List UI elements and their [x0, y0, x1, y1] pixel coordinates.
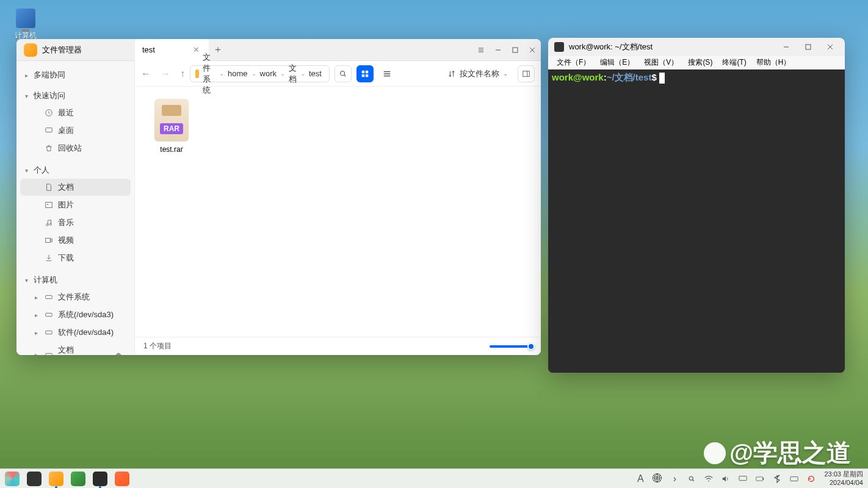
tray-volume-icon[interactable] [722, 475, 730, 483]
svg-rect-25 [763, 478, 764, 479]
tray-chevron-icon[interactable]: › [670, 475, 679, 483]
sidebar-item-documents[interactable]: 文档 [20, 179, 131, 196]
disk-icon [45, 293, 53, 301]
tray-battery-icon[interactable] [756, 475, 764, 483]
tray-display-icon[interactable] [739, 475, 747, 483]
svg-rect-16 [366, 70, 368, 73]
sidebar-item-trash[interactable]: 回收站 [20, 140, 131, 157]
menu-search[interactable]: 搜索(S) [684, 56, 716, 69]
tray-bluetooth-icon[interactable] [773, 475, 781, 483]
list-icon [383, 70, 391, 78]
sidebar-section-computer[interactable]: ▾计算机 [16, 272, 134, 288]
chevron-down-icon[interactable]: ⌄ [300, 70, 305, 77]
breadcrumb-home[interactable]: home [225, 69, 250, 78]
launcher-button[interactable] [5, 472, 20, 486]
sidebar-item-recent[interactable]: 最近 [20, 104, 131, 121]
nav-back-button[interactable]: ← [141, 68, 151, 79]
chevron-down-icon[interactable]: ⌄ [219, 70, 224, 77]
hamburger-menu-button[interactable] [472, 39, 490, 61]
paw-icon [704, 442, 726, 464]
terminal-title: work@work: ~/文档/test [569, 41, 653, 52]
sidebar-section-quick[interactable]: ▾快速访问 [16, 88, 134, 104]
sidebar-item-downloads[interactable]: 下载 [20, 249, 131, 267]
nav-forward-button[interactable]: → [161, 68, 170, 79]
menu-terminal[interactable]: 终端(T) [718, 56, 750, 69]
breadcrumb-work[interactable]: work [258, 69, 279, 78]
minimize-button[interactable] [490, 39, 507, 61]
tray-search-icon[interactable] [687, 475, 696, 483]
file-item-rar[interactable]: RAR test.rar [147, 99, 196, 154]
svg-rect-10 [46, 331, 52, 334]
zoom-thumb[interactable] [527, 343, 535, 350]
breadcrumb-docs[interactable]: 文档 [286, 63, 299, 85]
sidebar-section-personal[interactable]: ▾个人 [16, 162, 134, 178]
sort-selector[interactable]: 按文件名称 ⌄ [443, 68, 513, 79]
side-panel-button[interactable] [518, 65, 535, 82]
sidebar-item-desktop[interactable]: 桌面 [20, 122, 131, 139]
chevron-right-icon[interactable]: ▸ [35, 294, 38, 301]
taskbar-clock[interactable]: 23:03 星期四 2024/04/04 [824, 470, 863, 486]
tray-letter-icon[interactable]: A [636, 475, 645, 483]
sidebar-item-sda3[interactable]: ▸系统(/dev/sda3) [20, 306, 131, 323]
terminal-app-icon [554, 42, 564, 52]
fm-tab-test[interactable]: test ✕ [135, 39, 209, 61]
document-icon [45, 183, 53, 192]
sidebar-item-videos[interactable]: 视频 [20, 232, 131, 249]
close-button[interactable] [822, 38, 839, 58]
sidebar-item-filesystem[interactable]: ▸文件系统 [20, 289, 131, 306]
sidebar-item-sda5[interactable]: ▸文档(/dev/sda5)⏏ [20, 342, 131, 355]
fm-titlebar[interactable]: 文件管理器 test ✕ ＋ [16, 39, 541, 61]
breadcrumb-path[interactable]: 文件系统 ⌄ home ⌄ work ⌄ 文档 ⌄ test [190, 65, 330, 82]
svg-point-4 [47, 204, 48, 205]
panel-icon [522, 70, 530, 78]
menu-edit[interactable]: 编辑（E） [596, 56, 638, 69]
terminal-titlebar[interactable]: work@work: ~/文档/test [548, 38, 845, 56]
menu-file[interactable]: 文件（F） [553, 56, 594, 69]
breadcrumb-test[interactable]: test [306, 69, 324, 78]
svg-rect-24 [756, 476, 763, 480]
search-icon [339, 70, 347, 78]
eject-icon[interactable]: ⏏ [115, 350, 122, 355]
svg-point-22 [709, 480, 710, 481]
tray-globe-icon[interactable]: 🌐︎ [653, 475, 662, 483]
disk-icon [45, 351, 53, 356]
chevron-right-icon[interactable]: ▸ [35, 312, 38, 318]
chevron-right-icon[interactable]: ▸ [35, 351, 38, 355]
icon-view-button[interactable] [356, 65, 374, 82]
chevron-down-icon[interactable]: ⌄ [503, 70, 508, 77]
close-button[interactable] [524, 39, 541, 61]
chevron-down-icon[interactable]: ⌄ [280, 70, 285, 77]
svg-rect-7 [46, 239, 51, 243]
sidebar-section-sync[interactable]: ▸多端协同 [16, 67, 134, 83]
chevron-down-icon[interactable]: ⌄ [251, 70, 256, 77]
fm-file-grid[interactable]: RAR test.rar [135, 87, 541, 337]
taskbar-filemanager[interactable] [49, 472, 63, 486]
maximize-button[interactable] [507, 39, 524, 61]
taskbar-app-green[interactable] [71, 472, 85, 486]
menu-view[interactable]: 视图（V） [640, 56, 682, 69]
zoom-slider[interactable] [490, 345, 532, 348]
sidebar-item-sda4[interactable]: ▸软件(/dev/sda4) [20, 324, 131, 341]
menu-help[interactable]: 帮助（H） [753, 56, 795, 69]
tray-keyboard-icon[interactable] [790, 475, 798, 483]
sidebar-item-pictures[interactable]: 图片 [20, 196, 131, 214]
status-item-count: 1 个项目 [143, 341, 172, 351]
sidebar-item-music[interactable]: 音乐 [20, 214, 131, 231]
tray-wifi-icon[interactable] [704, 475, 713, 483]
search-button[interactable] [335, 65, 352, 82]
tray-refresh-icon[interactable] [807, 475, 816, 483]
download-icon [45, 254, 53, 262]
nav-up-button[interactable]: ↑ [180, 68, 185, 79]
maximize-button[interactable] [800, 38, 817, 58]
disk-icon [45, 310, 53, 319]
taskbar-firefox[interactable] [115, 472, 129, 486]
taskview-button[interactable] [27, 472, 42, 486]
terminal-content[interactable]: work@work:~/文档/test$ [548, 70, 845, 373]
desktop-computer-icon[interactable]: 计算机 [15, 9, 37, 41]
minimize-button[interactable] [778, 38, 795, 58]
taskbar-terminal[interactable] [93, 472, 107, 486]
chevron-down-icon: ▾ [25, 167, 31, 174]
chevron-right-icon[interactable]: ▸ [35, 329, 38, 336]
list-view-button[interactable] [378, 65, 396, 82]
clock-icon [45, 109, 53, 117]
